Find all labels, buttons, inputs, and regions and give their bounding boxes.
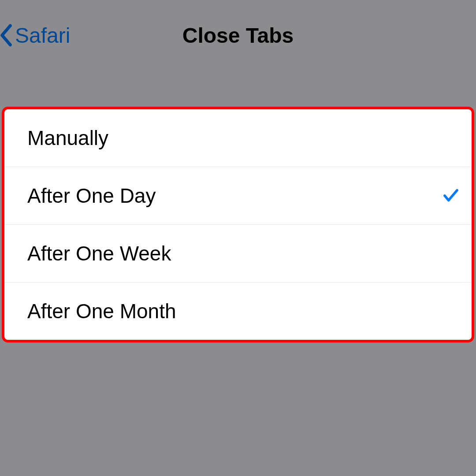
page-title: Close Tabs [182, 23, 294, 48]
option-manually[interactable]: Manually [2, 109, 474, 167]
navigation-header: Safari Close Tabs [0, 0, 476, 71]
checkmark-icon [442, 186, 460, 205]
option-label: Manually [27, 126, 108, 150]
close-tabs-options: Manually After One Day After One Week Af… [2, 109, 474, 340]
option-label: After One Month [27, 299, 176, 323]
back-label: Safari [15, 23, 70, 48]
option-label: After One Week [27, 242, 171, 265]
options-group-wrapper: Manually After One Day After One Week Af… [0, 109, 476, 340]
chevron-left-icon [0, 23, 12, 47]
option-after-one-month[interactable]: After One Month [2, 283, 474, 340]
option-after-one-day[interactable]: After One Day [2, 167, 474, 225]
option-label: After One Day [27, 184, 156, 208]
back-button[interactable]: Safari [0, 23, 70, 48]
option-after-one-week[interactable]: After One Week [2, 225, 474, 283]
